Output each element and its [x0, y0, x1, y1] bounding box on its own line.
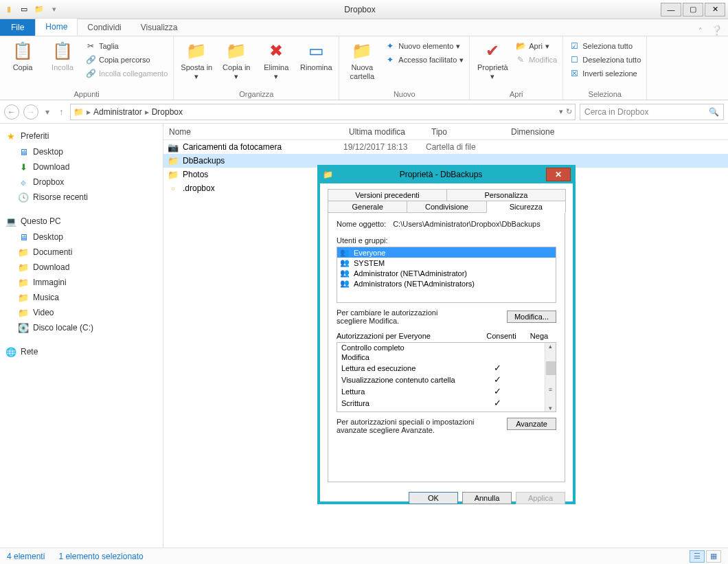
- qat-newfolder-icon[interactable]: 📁: [33, 3, 45, 16]
- ribbon-collapse-icon[interactable]: ˄: [696, 27, 705, 36]
- quick-access-toolbar: ▮ ▭ 📁 ▾: [3, 3, 60, 16]
- cut-button[interactable]: ✂Taglia: [84, 40, 169, 52]
- group-open-label: Apri: [474, 89, 558, 99]
- col-date[interactable]: Ultima modifica: [343, 127, 426, 137]
- sidebar-thispc[interactable]: 💻Questo PC: [0, 213, 163, 229]
- permission-row: Scrittura✓: [337, 397, 545, 409]
- sidebar-favorites[interactable]: ★Preferiti: [0, 128, 163, 144]
- copy-button[interactable]: 📋Copia: [4, 38, 41, 89]
- edit-button[interactable]: ✎Modifica: [514, 54, 558, 66]
- sidebar-item-download[interactable]: ⬇Download: [0, 159, 163, 174]
- advanced-button[interactable]: Avanzate: [507, 418, 556, 430]
- address-bar[interactable]: 📁 ▸ Administrator ▸ Dropbox ▾ ↻: [70, 104, 576, 120]
- tab-share[interactable]: Condividi: [78, 19, 130, 36]
- recent-locations-button[interactable]: ▾: [43, 107, 52, 117]
- column-headers: Nome Ultima modifica Tipo Dimensione: [163, 124, 728, 140]
- sidebar-item-pc-desktop[interactable]: 🖥Desktop: [0, 229, 163, 245]
- sidebar-item-desktop[interactable]: 🖥Desktop: [0, 144, 163, 159]
- sidebar-item-recent[interactable]: 🕓Risorse recenti: [0, 190, 163, 205]
- tab-security[interactable]: Sicurezza: [486, 201, 566, 213]
- breadcrumb-sep: ▸: [87, 107, 91, 117]
- user-row[interactable]: 👥Administrators (NET\Administrators): [337, 278, 556, 289]
- tab-view[interactable]: Visualizza: [131, 19, 187, 36]
- view-icons-button[interactable]: ▦: [706, 550, 721, 563]
- invert-selection-button[interactable]: ☒Inverti selezione: [567, 67, 642, 80]
- dialog-titlebar[interactable]: 📁 Proprietà - DbBackups ✕: [318, 166, 575, 183]
- help-icon[interactable]: ❔: [705, 25, 728, 36]
- sidebar-item-documents[interactable]: 📁Documenti: [0, 245, 163, 260]
- users-list[interactable]: 👥Everyone👥SYSTEM👥Administrator (NET\Admi…: [337, 247, 556, 303]
- status-count: 4 elementi: [7, 552, 45, 561]
- back-button[interactable]: ←: [4, 104, 19, 120]
- tab-customise[interactable]: Personalizza: [446, 189, 566, 201]
- apply-button[interactable]: Applica: [516, 492, 565, 504]
- user-row[interactable]: 👥Administrator (NET\Administrator): [337, 268, 556, 278]
- qat-properties-icon[interactable]: ▭: [18, 3, 30, 16]
- status-bar: 4 elementi 1 elemento selezionato ☰ ▦: [0, 548, 728, 564]
- search-box[interactable]: Cerca in Dropbox 🔍: [580, 104, 724, 120]
- forward-button[interactable]: →: [23, 104, 38, 120]
- paste-button[interactable]: 📋Incolla: [44, 38, 81, 89]
- permission-row: Visualizzazione contenuto cartella✓: [337, 374, 545, 385]
- scroll-down-icon[interactable]: ▾: [549, 405, 552, 411]
- col-size[interactable]: Dimensione: [505, 127, 560, 137]
- rename-button[interactable]: ▭Rinomina: [297, 38, 334, 89]
- cancel-button[interactable]: Annulla: [462, 492, 512, 504]
- scroll-up-icon[interactable]: ▴: [549, 343, 552, 350]
- perm-header: Autorizzazioni per Everyone: [337, 332, 481, 340]
- ok-button[interactable]: OK: [409, 492, 458, 504]
- col-name[interactable]: Nome: [163, 127, 343, 137]
- breadcrumb-sep: ▸: [145, 107, 149, 117]
- up-button[interactable]: ↑: [56, 107, 66, 117]
- new-item-button[interactable]: ✦Nuovo elemento ▾: [383, 40, 465, 52]
- view-details-button[interactable]: ☰: [690, 550, 705, 563]
- paste-shortcut-button[interactable]: 🔗Incolla collegamento: [84, 67, 169, 80]
- perm-scrollbar[interactable]: ▴ ≡ ▾: [545, 343, 556, 411]
- tab-previous-versions[interactable]: Versioni precedenti: [328, 189, 447, 201]
- copy-to-button[interactable]: 📁Copia in ▾: [218, 38, 255, 89]
- scroll-thumb[interactable]: [546, 361, 556, 375]
- deselect-all-button[interactable]: ☐Deseleziona tutto: [567, 54, 642, 66]
- sidebar-item-disk-c[interactable]: 💽Disco locale (C:): [0, 320, 163, 335]
- select-all-button[interactable]: ☑Seleziona tutto: [567, 40, 642, 52]
- change-perm-hint: Per cambiare le autorizzazioni scegliere…: [337, 308, 467, 325]
- sidebar-item-images[interactable]: 📁Immagini: [0, 275, 163, 290]
- sidebar-item-video[interactable]: 📁Video: [0, 305, 163, 320]
- user-row[interactable]: 👥SYSTEM: [337, 258, 556, 268]
- search-icon: 🔍: [709, 107, 719, 117]
- delete-button[interactable]: ✖Elimina ▾: [258, 38, 295, 89]
- refresh-icon[interactable]: ↻: [566, 107, 572, 116]
- user-row[interactable]: 👥Everyone: [337, 247, 556, 258]
- col-type[interactable]: Tipo: [426, 127, 505, 137]
- tab-home[interactable]: Home: [35, 18, 78, 36]
- close-button[interactable]: ✕: [705, 3, 725, 16]
- easy-access-button[interactable]: ✦Accesso facilitato ▾: [383, 54, 465, 66]
- window-title: Dropbox: [60, 5, 659, 14]
- breadcrumb-admin[interactable]: Administrator: [93, 107, 142, 117]
- address-dropdown-icon[interactable]: ▾: [559, 107, 563, 116]
- move-to-button[interactable]: 📁Sposta in ▾: [178, 38, 215, 89]
- permission-row: Controllo completo: [337, 343, 545, 352]
- permission-row: Modifica: [337, 352, 545, 362]
- sidebar-item-dropbox[interactable]: ⟐Dropbox: [0, 174, 163, 190]
- object-name-label: Nome oggetto:: [337, 220, 386, 228]
- sidebar-item-music[interactable]: 📁Musica: [0, 290, 163, 305]
- modify-button[interactable]: Modifica...: [507, 311, 556, 323]
- dialog-close-button[interactable]: ✕: [546, 168, 571, 181]
- new-folder-button[interactable]: 📁Nuova cartella: [343, 38, 380, 89]
- dialog-icon: 📁: [322, 169, 333, 180]
- sidebar-item-pc-download[interactable]: 📁Download: [0, 260, 163, 275]
- maximize-button[interactable]: ▢: [683, 3, 703, 16]
- file-row[interactable]: 📷Caricamenti da fotocamera19/12/2017 18:…: [163, 140, 728, 154]
- tab-sharing[interactable]: Condivisione: [407, 201, 486, 213]
- tab-general[interactable]: Generale: [328, 201, 407, 213]
- open-button[interactable]: 📂Apri ▾: [514, 40, 558, 52]
- properties-button[interactable]: ✔Proprietà ▾: [474, 38, 511, 89]
- copy-path-button[interactable]: 🔗Copia percorso: [84, 54, 169, 66]
- tab-file[interactable]: File: [0, 19, 35, 36]
- sidebar-network[interactable]: 🌐Rete: [0, 343, 163, 360]
- minimize-button[interactable]: —: [661, 3, 681, 16]
- breadcrumb-dropbox[interactable]: Dropbox: [152, 107, 183, 117]
- group-new-label: Nuovo: [343, 89, 465, 99]
- qat-dropdown-icon[interactable]: ▾: [48, 3, 60, 16]
